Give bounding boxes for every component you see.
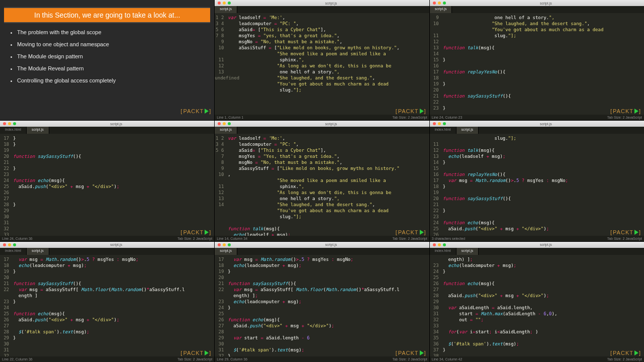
- code-area[interactable]: 17 18 19 20 21 22 23 24 25 26 27 28 29 3…: [0, 255, 214, 356]
- close-icon[interactable]: [218, 243, 221, 246]
- play-icon: [420, 350, 424, 355]
- code-content[interactable]: var leadself = 'Me:', leadcomputer = "PC…: [226, 13, 429, 115]
- status-left: Line 24, Column 36: [2, 237, 33, 240]
- code-content[interactable]: } } function saySassyStuff(){ } function…: [11, 134, 214, 235]
- packt-logo: PACKT: [610, 229, 641, 235]
- window-titlebar[interactable]: script.js: [215, 121, 429, 127]
- maximize-icon[interactable]: [13, 122, 16, 125]
- status-right: Tab Size: 2 JavaScript: [392, 237, 427, 240]
- window-title: script.js: [233, 2, 429, 5]
- line-gutter: 17 18 19 20 21 22 23 24 25 26 27 28 29 3…: [215, 255, 226, 356]
- play-icon: [634, 350, 638, 355]
- line-gutter: 1 2 3 4 5 6 7 8 9 10 11 12 13 undefined: [215, 13, 226, 115]
- status-bar: Line 22, Column 36Tab Size: 2 JavaScript: [0, 356, 214, 362]
- close-icon[interactable]: [218, 122, 221, 125]
- tab-script[interactable]: script.js: [456, 248, 479, 255]
- tab-script[interactable]: script.js: [215, 127, 237, 134]
- tab-index[interactable]: index.html: [430, 127, 456, 134]
- tab-bar: script.js: [215, 127, 429, 134]
- code-area[interactable]: 23 24 25 26 27 28 29 30 31 32 33 34 35 3…: [430, 255, 644, 356]
- tab-script[interactable]: script.js: [215, 6, 237, 13]
- play-icon: [205, 109, 209, 114]
- close-icon[interactable]: [433, 2, 436, 5]
- editor-pane: script.jsscript.js1 2 3 4 5 6 7 8 9 10 1…: [215, 121, 429, 241]
- maximize-icon[interactable]: [228, 243, 231, 246]
- editor-pane: script.jsindex.htmlscript.js17 18 19 20 …: [0, 242, 214, 362]
- maximize-icon[interactable]: [443, 2, 446, 5]
- close-icon[interactable]: [218, 2, 221, 5]
- code-area[interactable]: 9 10 11 12 13 14 15 16 17 18 19 20 21 22…: [430, 13, 644, 115]
- line-gutter: 17 18 19 20 21 22 23 24 25 26 27 28 29 3…: [0, 255, 11, 356]
- editor-pane: script.jsscript.js17 18 19 20 21 22 23 2…: [215, 242, 429, 362]
- tab-script[interactable]: script.js: [456, 127, 479, 134]
- tab-index[interactable]: index.html: [0, 127, 27, 134]
- tab-script[interactable]: script.js: [430, 6, 452, 13]
- status-left: Line 34, Column 42: [432, 357, 463, 361]
- status-left: Line 22, Column 36: [2, 357, 33, 361]
- minimize-icon[interactable]: [438, 243, 441, 246]
- maximize-icon[interactable]: [443, 243, 446, 246]
- window-titlebar[interactable]: script.js: [430, 0, 644, 6]
- window-titlebar[interactable]: script.js: [430, 121, 644, 127]
- packt-logo: PACKT: [396, 108, 426, 114]
- status-bar: Line 29, Column 36Tab Size: 2 JavaScript: [215, 356, 429, 362]
- maximize-icon[interactable]: [228, 122, 231, 125]
- status-bar: Line 34, Column 42Tab Size: 2 JavaScript: [430, 356, 644, 362]
- window-titlebar[interactable]: script.js: [0, 121, 214, 127]
- minimize-icon[interactable]: [223, 243, 226, 246]
- window-titlebar[interactable]: script.js: [215, 242, 429, 248]
- close-icon[interactable]: [3, 122, 6, 125]
- window-title: script.js: [18, 122, 214, 126]
- tab-index[interactable]: index.html: [430, 248, 456, 255]
- code-content[interactable]: var leadself = 'Me:', leadcomputer = "PC…: [226, 134, 429, 235]
- minimize-icon[interactable]: [223, 2, 226, 5]
- slide-bullet-list: The problem with the global scope Moving…: [0, 29, 214, 89]
- tab-script[interactable]: script.js: [27, 248, 49, 255]
- window-title: script.js: [448, 122, 644, 126]
- code-area[interactable]: 1 2 3 4 5 6 7 8 9 10 11 12 13 14 var lea…: [215, 134, 429, 235]
- editor-pane: script.jsindex.htmlscript.js 23 24 25 26…: [430, 242, 644, 362]
- close-icon[interactable]: [3, 243, 6, 246]
- tab-bar: script.js: [215, 248, 429, 255]
- minimize-icon[interactable]: [8, 122, 11, 125]
- status-right: Tab Size: 2 JavaScript: [177, 237, 212, 240]
- code-content[interactable]: var msg = Math.random()>.5 ? msgYes : ms…: [11, 255, 214, 356]
- status-left: Line 1, Column 1: [217, 116, 243, 119]
- tab-script[interactable]: script.js: [215, 248, 237, 255]
- code-area[interactable]: 17 18 19 20 21 22 23 24 25 26 27 28 29 3…: [0, 134, 214, 235]
- slide-bullet: Moving to one object and namespace: [17, 41, 214, 47]
- slide-bullet: The Module Reveal pattern: [17, 65, 214, 71]
- line-gutter: 11 12 13 14 15 16 17 18 19 20 21 22 23 2…: [430, 134, 441, 235]
- code-content[interactable]: ength) ]; echo(leadcomputer + msg); } fu…: [441, 255, 644, 356]
- minimize-icon[interactable]: [438, 122, 441, 125]
- code-area[interactable]: 1 2 3 4 5 6 7 8 9 10 11 12 13 undefined …: [215, 13, 429, 115]
- editor-pane: script.jsscript.js1 2 3 4 5 6 7 8 9 10 1…: [215, 0, 429, 120]
- maximize-icon[interactable]: [13, 243, 16, 246]
- maximize-icon[interactable]: [228, 2, 231, 5]
- minimize-icon[interactable]: [223, 122, 226, 125]
- code-content[interactable]: var msg = Math.random()>.5 ? msgYes : ms…: [226, 255, 429, 356]
- play-icon: [634, 109, 638, 114]
- window-titlebar[interactable]: script.js: [215, 0, 429, 6]
- status-bar: Line 14, Column 34Tab Size: 2 JavaScript: [215, 236, 429, 241]
- status-left: 3 characters selected: [432, 237, 466, 240]
- code-content[interactable]: one hell of a story.", "She laughed, and…: [441, 13, 644, 115]
- minimize-icon[interactable]: [438, 2, 441, 5]
- minimize-icon[interactable]: [8, 243, 11, 246]
- editor-pane: script.jsindex.htmlscript.js 11 12 13 14…: [430, 121, 644, 241]
- code-area[interactable]: 17 18 19 20 21 22 23 24 25 26 27 28 29 3…: [215, 255, 429, 356]
- maximize-icon[interactable]: [443, 122, 446, 125]
- window-titlebar[interactable]: script.js: [430, 242, 644, 248]
- close-icon[interactable]: [433, 243, 436, 246]
- code-content[interactable]: slug."]; function talk(msg){ echo(leadse…: [441, 134, 644, 235]
- tab-script[interactable]: script.js: [27, 127, 49, 134]
- slide-bullet: The Module design pattern: [17, 53, 214, 59]
- window-titlebar[interactable]: script.js: [0, 242, 214, 248]
- tab-bar: index.htmlscript.js: [0, 248, 214, 255]
- close-icon[interactable]: [433, 122, 436, 125]
- tab-index[interactable]: index.html: [0, 248, 27, 255]
- status-left: Line 14, Column 34: [217, 237, 247, 240]
- editor-pane: script.jsindex.htmlscript.js17 18 19 20 …: [0, 121, 214, 241]
- code-area[interactable]: 11 12 13 14 15 16 17 18 19 20 21 22 23 2…: [430, 134, 644, 235]
- packt-logo: PACKT: [180, 108, 211, 114]
